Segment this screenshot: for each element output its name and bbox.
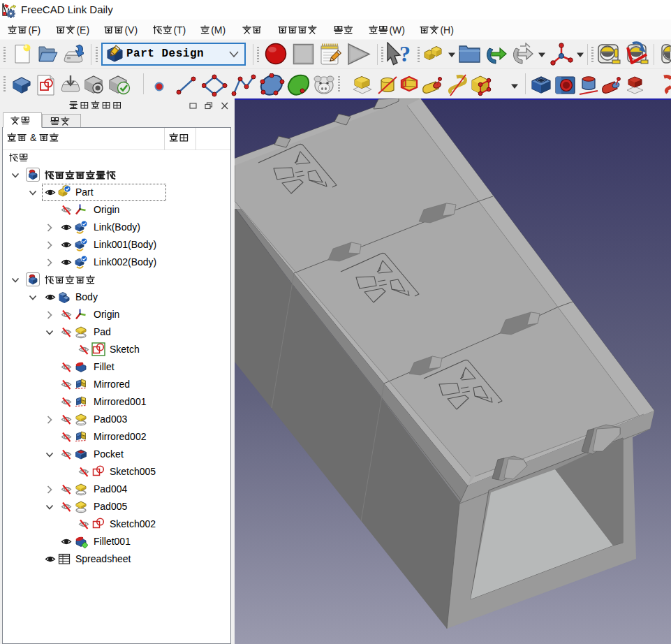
svg-text:(W): (W) bbox=[389, 24, 405, 36]
svg-text:?: ? bbox=[399, 42, 411, 66]
svg-text:(V): (V) bbox=[124, 24, 138, 36]
svg-text:(M): (M) bbox=[211, 24, 226, 36]
svg-text:(H): (H) bbox=[440, 24, 453, 36]
svg-text:(T): (T) bbox=[173, 24, 186, 36]
svg-text:(F): (F) bbox=[28, 24, 40, 36]
svg-text:(E): (E) bbox=[76, 24, 89, 36]
svg-text:&: & bbox=[30, 132, 37, 143]
